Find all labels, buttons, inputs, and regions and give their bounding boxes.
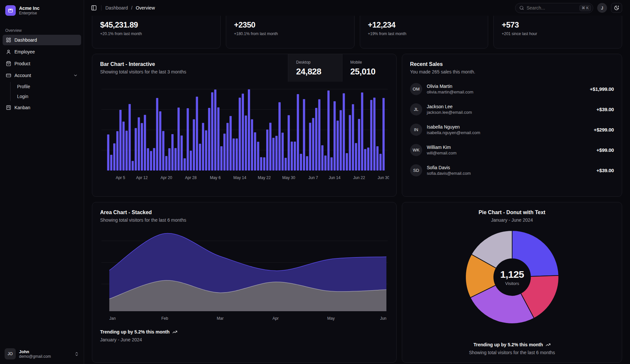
box-icon (8, 8, 13, 13)
svg-text:Jun: Jun (380, 316, 386, 321)
svg-text:Feb: Feb (161, 316, 168, 321)
sale-name: Sofia Davis (427, 165, 471, 171)
tab-value: 25,010 (350, 67, 396, 77)
sale-name: Isabella Nguyen (427, 124, 480, 130)
card-subtitle: January - June 2024 (491, 217, 533, 223)
recent-sales-card: Recent Sales You made 265 sales this mon… (402, 54, 622, 197)
search-icon (519, 6, 524, 10)
sidebar-item-label: Dashboard (14, 37, 37, 43)
user-avatar: JO (5, 348, 16, 359)
sale-amount: +$99.00 (597, 147, 614, 153)
sidebar: Acme Inc Enterprise Overview Dashboard E… (0, 0, 84, 364)
user-menu-button[interactable]: JO John demo@gmail.com (3, 346, 81, 361)
sidebar-toggle-button[interactable] (89, 3, 98, 12)
svg-text:Jun 14: Jun 14 (329, 175, 340, 180)
svg-text:Apr 5: Apr 5 (116, 175, 125, 180)
sidebar-subitem-profile[interactable]: Profile (14, 82, 78, 91)
card-subtitle: You made 265 sales this month. (410, 69, 614, 74)
moon-star-icon (614, 5, 619, 10)
svg-text:May 6: May 6 (210, 175, 221, 180)
trending-up-icon (172, 330, 177, 334)
org-name: Acme Inc (19, 6, 39, 11)
stat-change: +19% from last month (368, 31, 480, 36)
sidebar-item-dashboard[interactable]: Dashboard (3, 35, 81, 45)
tab-desktop[interactable]: Desktop 24,828 (288, 54, 342, 82)
sale-row[interactable]: SD Sofia Davis sofia.davis@email.com +$3… (410, 164, 614, 176)
area-chart-plot-area: JanFebMarAprMayJun (100, 229, 388, 325)
sale-amount: +$299.00 (594, 127, 614, 132)
sale-row[interactable]: OM Olivia Martin olivia.martin@email.com… (410, 83, 614, 95)
org-switcher[interactable]: Acme Inc Enterprise (4, 4, 80, 17)
avatar: OM (410, 83, 422, 95)
card-title: Pie Chart - Donut with Text (479, 210, 545, 215)
sale-row[interactable]: IN Isabella Nguyen isabella.nguyen@email… (410, 124, 614, 136)
sidebar-nav: Dashboard Employee Product Account (0, 35, 84, 114)
sale-info: Isabella Nguyen isabella.nguyen@email.co… (427, 124, 480, 135)
stat-value: +573 (502, 20, 614, 30)
card-title: Area Chart - Stacked (100, 210, 388, 215)
trend-text: Trending up by 5.2% this month (100, 329, 170, 334)
area-chart-footer: Trending up by 5.2% this month January -… (100, 329, 388, 342)
recent-sales-list: OM Olivia Martin olivia.martin@email.com… (410, 83, 614, 176)
tab-mobile[interactable]: Mobile 25,010 (342, 54, 396, 82)
bar-chart-header: Bar Chart - Interactive Showing total vi… (92, 54, 396, 82)
bar-chart-plot-area: Apr 5Apr 12Apr 20Apr 28May 6May 14May 22… (92, 82, 396, 189)
svg-text:Apr 12: Apr 12 (136, 175, 148, 180)
topbar: Dashboard / Overview ⌘ K J (84, 0, 630, 16)
svg-text:Jun 7: Jun 7 (308, 175, 318, 180)
account-submenu: Profile Login (10, 82, 78, 101)
sale-info: William Kim will@email.com (427, 145, 457, 156)
sale-row[interactable]: JL Jackson Lee jackson.lee@email.com +$3… (410, 103, 614, 115)
search-box[interactable]: ⌘ K (515, 3, 593, 13)
sidebar-section-label: Overview (5, 28, 78, 33)
svg-text:1,125: 1,125 (500, 269, 524, 280)
sidebar-item-label: Kanban (14, 105, 30, 110)
sale-name: Jackson Lee (427, 104, 472, 110)
sidebar-item-label: Account (14, 73, 31, 78)
sidebar-item-employee[interactable]: Employee (3, 47, 81, 57)
row-charts-bottom: Area Chart - Stacked Showing total visit… (92, 202, 622, 363)
svg-text:May 14: May 14 (233, 175, 247, 180)
sidebar-subitem-login[interactable]: Login (14, 92, 78, 101)
bar-chart-card: Bar Chart - Interactive Showing total vi… (92, 54, 397, 197)
theme-toggle-button[interactable] (611, 3, 622, 13)
svg-text:May 30: May 30 (282, 175, 295, 180)
sale-row[interactable]: WK William Kim will@email.com +$99.00 (410, 144, 614, 156)
area-chart-card: Area Chart - Stacked Showing total visit… (92, 202, 397, 363)
sale-amount: +$39.00 (597, 168, 614, 173)
kanban-icon (6, 105, 11, 110)
search-input[interactable] (527, 5, 577, 10)
user-info: John demo@gmail.com (19, 349, 51, 359)
pie-chart-footer: Trending up by 5.2% this month Showing t… (469, 342, 555, 355)
date-range-text: January - June 2024 (100, 337, 388, 342)
bar-chart-svg[interactable]: Apr 5Apr 12Apr 20Apr 28May 6May 14May 22… (100, 86, 389, 184)
bar-chart-series-tabs: Desktop 24,828 Mobile 25,010 (288, 54, 396, 82)
topbar-right: ⌘ K J (515, 3, 622, 13)
sale-email: sofia.davis@email.com (427, 171, 471, 176)
card-title: Recent Sales (410, 61, 614, 67)
breadcrumb-parent[interactable]: Dashboard (105, 5, 128, 10)
sidebar-item-kanban[interactable]: Kanban (3, 102, 81, 113)
pie-chart-svg[interactable]: 1,125Visitors (460, 226, 565, 328)
panel-left-icon (91, 5, 97, 11)
sidebar-header: Acme Inc Enterprise (0, 0, 84, 21)
svg-text:Apr: Apr (272, 316, 279, 321)
tab-label: Mobile (350, 60, 396, 65)
sidebar-item-product[interactable]: Product (3, 58, 81, 69)
bar-chart-titles: Bar Chart - Interactive Showing total vi… (92, 54, 288, 82)
area-chart-svg[interactable]: JanFebMarAprMayJun (100, 229, 389, 324)
topbar-separator (101, 5, 101, 10)
tab-label: Desktop (296, 60, 342, 65)
profile-avatar[interactable]: J (597, 3, 607, 13)
sale-name: Olivia Martin (427, 84, 473, 89)
sidebar-item-account[interactable]: Account (3, 70, 81, 81)
trending-up-icon (546, 342, 551, 347)
sale-info: Olivia Martin olivia.martin@email.com (427, 84, 473, 95)
svg-text:Mar: Mar (217, 316, 224, 321)
sidebar-item-label: Employee (14, 49, 35, 54)
svg-text:Jun 30: Jun 30 (378, 175, 389, 180)
shopping-bag-icon (6, 61, 11, 66)
avatar: JL (410, 103, 422, 115)
app-root: Acme Inc Enterprise Overview Dashboard E… (0, 0, 630, 364)
main-area: Dashboard / Overview ⌘ K J (84, 0, 630, 364)
